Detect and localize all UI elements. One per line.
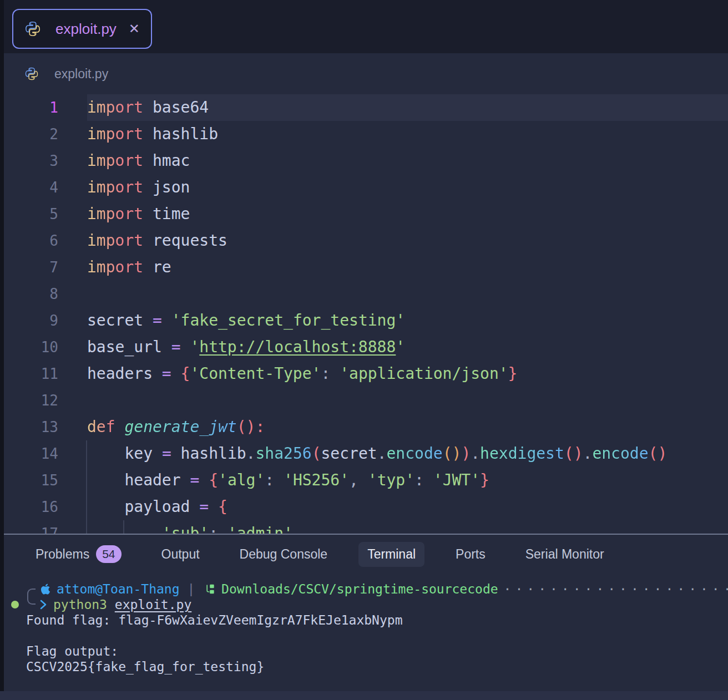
bottom-strip — [0, 691, 728, 700]
line-number: 12 — [0, 387, 87, 414]
code-content: import requests — [87, 227, 728, 254]
prompt-chevron-icon — [39, 598, 48, 611]
code-token: import — [87, 258, 143, 276]
code-token: } — [480, 471, 489, 489]
terminal-command: python3 — [53, 597, 115, 612]
breadcrumb[interactable]: exploit.py — [0, 53, 728, 94]
code-token: = — [190, 471, 209, 489]
code-content: import hmac — [87, 148, 728, 174]
code-token: headers — [87, 364, 162, 383]
code-token: () — [443, 444, 462, 463]
code-token: header — [124, 471, 190, 489]
panel-tab-label: Serial Monitor — [525, 547, 604, 562]
terminal-prompt-line-1: attom@Toan-Thang | Downloads/CSCV/spring… — [0, 581, 728, 597]
code-content: def generate_jwt(): — [87, 414, 728, 440]
code-token: 'JWT' — [433, 471, 480, 489]
code-content: import time — [87, 201, 728, 227]
code-token — [87, 444, 124, 463]
code-token — [87, 524, 162, 534]
code-token: : — [321, 364, 340, 383]
code-editor[interactable]: 1import base642import hashlib3import hma… — [0, 94, 728, 534]
python-icon — [24, 67, 39, 81]
code-token: 'Content-Type' — [190, 364, 321, 383]
code-token: json — [143, 178, 190, 196]
line-number: 10 — [0, 334, 87, 361]
terminal-output-blank-line — [0, 628, 728, 643]
panel-tab-terminal[interactable]: Terminal — [358, 542, 424, 567]
code-content: base_url = 'http://localhost:8888' — [87, 334, 728, 361]
close-icon[interactable]: ✕ — [129, 21, 140, 37]
code-content: payload = { — [87, 494, 728, 520]
line-number: 4 — [0, 174, 87, 201]
code-token: encode — [592, 444, 648, 463]
terminal-command-arg[interactable]: exploit.py — [115, 597, 191, 612]
code-content — [87, 281, 728, 307]
indent-guide — [86, 494, 87, 520]
code-token: import — [87, 178, 143, 196]
code-token: { — [209, 471, 218, 489]
code-token: import — [87, 231, 143, 250]
code-token: requests — [143, 231, 228, 250]
indent-guide — [123, 520, 124, 534]
code-token: . — [471, 444, 480, 463]
code-token: = — [171, 338, 190, 356]
terminal-output-line: Found flag: flag-F6wXaievZVeemIgzrA7FkEJ… — [0, 612, 728, 628]
terminal-output-line: Flag output: — [0, 643, 728, 659]
code-token: (): — [237, 418, 265, 436]
code-token: { — [181, 364, 190, 383]
code-content: import json — [87, 174, 728, 201]
code-token: hmac — [143, 151, 190, 170]
code-token: ' — [190, 338, 199, 356]
panel-tab-output[interactable]: Output — [153, 542, 209, 567]
code-token: 'sub' — [162, 524, 209, 534]
indent-guide — [86, 440, 87, 467]
code-content — [87, 387, 728, 414]
panel-tab-label: Debug Console — [240, 547, 328, 562]
code-token: base_url — [87, 338, 171, 356]
terminal-user: attom@Toan-Thang — [57, 581, 180, 597]
tab-bar: exploit.py ✕ — [0, 0, 728, 53]
panel-tab-problems[interactable]: Problems 54 — [27, 540, 130, 567]
line-number: 8 — [0, 281, 87, 307]
bottom-panel: Problems 54 Output Debug Console Termina… — [0, 534, 728, 699]
code-token: key — [124, 444, 161, 463]
line-number: 15 — [0, 467, 87, 494]
code-content: import hashlib — [87, 121, 728, 148]
code-token: base64 — [143, 98, 209, 116]
panel-tab-label: Problems — [36, 547, 89, 562]
code-token: hashlib — [143, 125, 218, 143]
code-token — [87, 471, 124, 489]
editor-tab-exploit-py[interactable]: exploit.py ✕ — [12, 9, 152, 49]
code-token: 'HS256' — [284, 471, 349, 489]
workspace-tree-icon — [205, 584, 216, 595]
breadcrumb-file-label: exploit.py — [54, 67, 108, 82]
terminal[interactable]: attom@Toan-Thang | Downloads/CSCV/spring… — [0, 581, 728, 674]
line-number: 2 — [0, 121, 87, 148]
code-token — [87, 498, 124, 516]
panel-tab-ports[interactable]: Ports — [447, 542, 494, 567]
code-token: = — [153, 311, 171, 329]
code-token: 'alg' — [218, 471, 265, 489]
code-token: { — [218, 498, 228, 516]
editor-lines: 1import base642import hashlib3import hma… — [0, 94, 728, 534]
code-token: () — [649, 444, 668, 463]
code-line: 12 — [0, 387, 728, 414]
line-number: 13 — [0, 414, 87, 440]
code-line: 17 'sub': 'admin' — [0, 520, 728, 534]
code-token: , — [349, 471, 368, 489]
code-content: header = {'alg': 'HS256', 'typ': 'JWT'} — [87, 467, 728, 494]
panel-tab-label: Ports — [456, 547, 486, 562]
code-token: ) — [461, 444, 471, 463]
code-token: encode — [387, 444, 443, 463]
panel-tab-serial-monitor[interactable]: Serial Monitor — [517, 542, 613, 567]
code-token: sha256 — [255, 444, 311, 463]
indent-guide — [86, 467, 87, 494]
terminal-output-line: CSCV2025{fake_flag_for_testing} — [0, 659, 728, 674]
prompt-fill-dots: ········································… — [504, 581, 728, 597]
code-token: . — [583, 444, 593, 463]
panel-tab-debug-console[interactable]: Debug Console — [231, 542, 337, 567]
terminal-status-dot — [11, 601, 19, 608]
code-token: import — [87, 151, 143, 170]
terminal-prompt-line-2: python3 exploit.py — [0, 597, 728, 612]
code-token: hashlib — [181, 444, 246, 463]
